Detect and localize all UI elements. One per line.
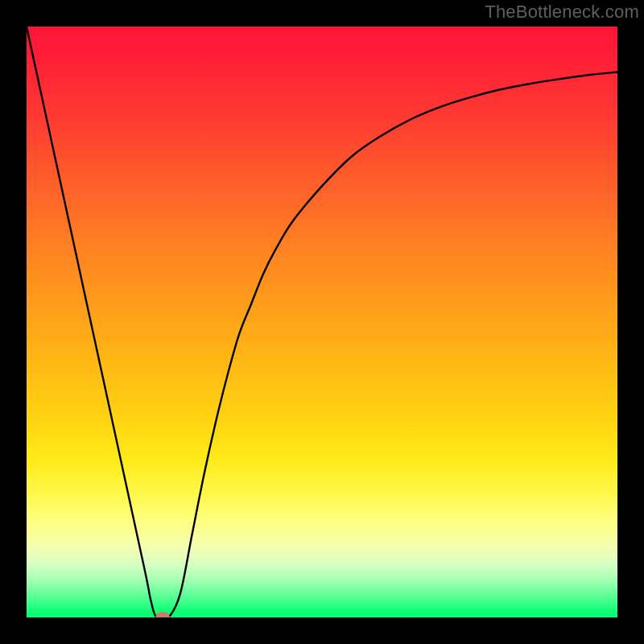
bottleneck-curve xyxy=(27,27,617,617)
chart-frame: TheBottleneck.com xyxy=(0,0,644,644)
plot-area xyxy=(27,27,617,617)
attribution-text: TheBottleneck.com xyxy=(485,2,639,23)
curve-layer xyxy=(27,27,617,617)
optimal-point-marker xyxy=(155,612,170,617)
